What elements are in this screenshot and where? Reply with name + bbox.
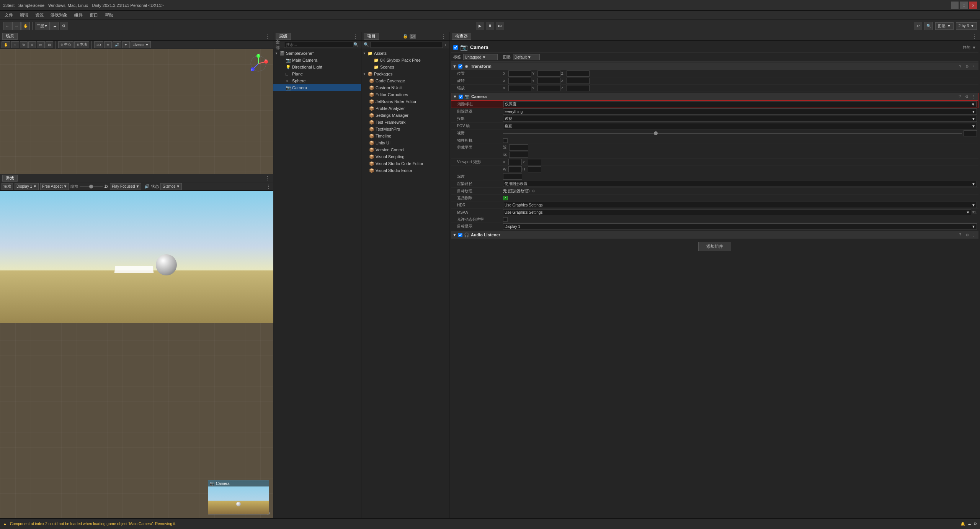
rotate-btn[interactable]: ↻	[20, 41, 28, 48]
project-unityui[interactable]: 📦 Unity UI	[361, 139, 449, 146]
near-input[interactable]: 0.3	[509, 144, 528, 151]
allow-dynres-checkbox[interactable]	[503, 217, 508, 222]
camera-header[interactable]: ▼ 📷 Camera ? ⚙ ⋮	[451, 93, 978, 100]
project-assets[interactable]: ▼ 📁 Assets	[361, 50, 449, 57]
transform-help-icon[interactable]: ?	[957, 63, 963, 69]
inspector-tab[interactable]: 检查器	[452, 33, 471, 40]
pivot-btn[interactable]: ⊙ 中心	[58, 41, 74, 48]
display-dropdown[interactable]: Display 1 ▼	[15, 183, 39, 190]
close-button[interactable]: ✕	[969, 2, 977, 9]
scale-btn[interactable]: ⊕	[28, 41, 36, 48]
rendering-path-dropdown[interactable]: 使用图形设置 ▼	[503, 181, 977, 187]
hand-tool[interactable]: ✋	[21, 22, 30, 30]
hierarchy-search-icon[interactable]: 🔍	[353, 42, 359, 47]
project-search-input[interactable]	[371, 42, 443, 48]
audio-listener-active-toggle[interactable]	[458, 233, 462, 237]
inspector-more-button[interactable]: ⋮	[971, 33, 978, 40]
settings-button[interactable]: ⚙	[60, 22, 68, 30]
audio-more-icon[interactable]: ⋮	[971, 232, 977, 238]
transform-active-toggle[interactable]	[458, 64, 462, 69]
hierarchy-camera[interactable]: 📷 Camera	[273, 84, 361, 91]
game-stats-label[interactable]: 状态	[151, 184, 159, 189]
project-settingsmanager[interactable]: 📦 Settings Manager	[361, 112, 449, 119]
minimize-button[interactable]: —	[951, 2, 959, 9]
hierarchy-more-button[interactable]: ⋮	[352, 33, 359, 40]
cloud-button[interactable]: ☁	[51, 22, 59, 30]
menu-help[interactable]: 帮助	[102, 11, 116, 19]
project-vscodeeditor[interactable]: 📦 Visual Studio Code Editor	[361, 160, 449, 167]
culling-mask-dropdown[interactable]: Everything ▼	[503, 108, 977, 115]
camera-settings-icon[interactable]: ⚙	[964, 93, 970, 100]
project-tab[interactable]: 项目	[364, 33, 379, 40]
target-display-dropdown[interactable]: Display 1 ▼	[503, 223, 977, 229]
msaa-dropdown[interactable]: Use Graphics Settings ▼	[503, 209, 971, 215]
aspect-dropdown[interactable]: Free Aspect ▼	[40, 183, 69, 190]
project-visualscripting[interactable]: 📦 Visual Scripting	[361, 153, 449, 160]
camera-help-icon[interactable]: ?	[957, 93, 963, 100]
audio-settings-icon[interactable]: ⚙	[964, 232, 970, 238]
game-mute-icon[interactable]: 🔊	[144, 184, 150, 189]
camera-more-icon[interactable]: ⋮	[970, 93, 977, 100]
project-packages[interactable]: ▼ 📦 Packages	[361, 70, 449, 77]
gizmos-scene-btn[interactable]: Gizmos ▼	[131, 41, 151, 48]
project-timeline[interactable]: 📦 Timeline	[361, 133, 449, 139]
far-input[interactable]: 1000	[509, 152, 528, 158]
camera-active-toggle[interactable]	[459, 95, 463, 99]
audio-help-icon[interactable]: ?	[957, 232, 963, 238]
fov-axis-dropdown[interactable]: 垂直 ▼	[503, 123, 977, 129]
tag-dropdown[interactable]: Untagged ▼	[463, 54, 498, 60]
pause-button[interactable]: ⏸	[486, 22, 494, 30]
hierarchy-samplescene[interactable]: ▼ 🎬 SampleScene*	[273, 50, 361, 57]
layer-dropdown[interactable]: Default ▼	[513, 54, 540, 60]
project-more-button[interactable]: ⋮	[440, 33, 447, 40]
game-tab[interactable]: 游戏	[2, 175, 18, 182]
pos-x-input[interactable]: 58.4	[508, 70, 531, 77]
occlusion-culling-checkbox[interactable]: ✓	[503, 196, 508, 200]
vp-w-input[interactable]: 1	[508, 166, 522, 172]
hierarchy-maincamera[interactable]: 📷 Main Camera	[273, 57, 361, 64]
scale-x-input[interactable]: 1	[508, 85, 531, 91]
rect-btn[interactable]: ▭	[37, 41, 45, 48]
2d-btn[interactable]: 2D	[94, 41, 103, 48]
play-focused-dropdown[interactable]: Play Focused ▼	[110, 183, 142, 190]
local-btn[interactable]: ⊕ 本地	[74, 41, 90, 48]
project-profileanalyzer[interactable]: 📦 Profile Analyzer	[361, 105, 449, 112]
scene-more-button[interactable]: ⋮	[264, 33, 271, 40]
notification-icon[interactable]: 🔔	[960, 522, 965, 526]
view-dropdown[interactable]: 2 by 3 ▼	[956, 22, 977, 30]
project-customnunit[interactable]: 📦 Custom NUnit	[361, 84, 449, 91]
step-button[interactable]: ⏭	[496, 22, 504, 30]
layers-dropdown[interactable]: ☰ 层 ▼	[35, 22, 50, 30]
transform-header[interactable]: ▼ ⊕ Transform ? ⚙ ⋮	[451, 62, 978, 70]
audio-listener-header[interactable]: ▼ 🎧 Audio Listener ? ⚙ ⋮	[451, 231, 978, 239]
transform-btn[interactable]: ⊞	[46, 41, 53, 48]
project-skybox[interactable]: 📁 8K Skybox Pack Free	[361, 57, 449, 64]
add-component-button[interactable]: 添加组件	[698, 242, 731, 251]
cloud-status-icon[interactable]: ☁	[967, 522, 971, 526]
undo-button[interactable]: ←	[3, 22, 11, 30]
game-display-dropdown[interactable]: 游戏	[2, 183, 13, 190]
play-button[interactable]: ▶	[476, 22, 484, 30]
maximize-button[interactable]: □	[960, 2, 968, 9]
menu-assets[interactable]: 资源	[32, 11, 47, 19]
rot-z-input[interactable]: 0	[567, 78, 590, 84]
redo-button[interactable]: →	[12, 22, 21, 30]
fov-slider[interactable]	[503, 133, 962, 134]
transform-settings-icon[interactable]: ⚙	[964, 63, 970, 69]
scene-tab[interactable]: 场景	[2, 33, 18, 40]
project-scenes[interactable]: 📁 Scenes	[361, 64, 449, 70]
project-textmeshpro[interactable]: 📦 TextMeshPro	[361, 126, 449, 133]
fov-input[interactable]: 60	[964, 130, 977, 136]
project-codecoverage[interactable]: 📦 Code Coverage	[361, 77, 449, 84]
menu-edit[interactable]: 编辑	[17, 11, 31, 19]
depth-input[interactable]: 2	[503, 174, 522, 180]
menu-window[interactable]: 窗口	[87, 11, 101, 19]
fx-btn[interactable]: ✦	[122, 41, 130, 48]
game-more-button[interactable]: ⋮	[264, 175, 271, 182]
audio-btn[interactable]: 🔊	[113, 41, 121, 48]
pos-z-input[interactable]: 25.83199	[567, 70, 590, 77]
object-active-toggle[interactable]	[453, 45, 458, 50]
move-btn[interactable]: ↔	[11, 41, 19, 48]
rot-y-input[interactable]: 0	[537, 78, 560, 84]
hierarchy-dirlight[interactable]: 💡 Directional Light	[273, 64, 361, 70]
